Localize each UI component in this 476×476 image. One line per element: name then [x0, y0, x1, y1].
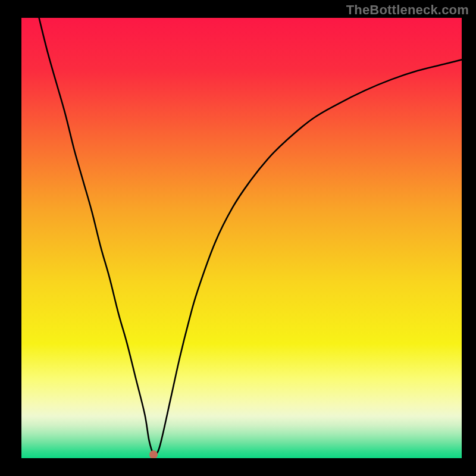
watermark-text: TheBottleneck.com: [346, 2, 469, 18]
chart-background: [21, 18, 462, 458]
chart-plot: [21, 18, 462, 458]
chart-frame: TheBottleneck.com: [0, 0, 476, 476]
